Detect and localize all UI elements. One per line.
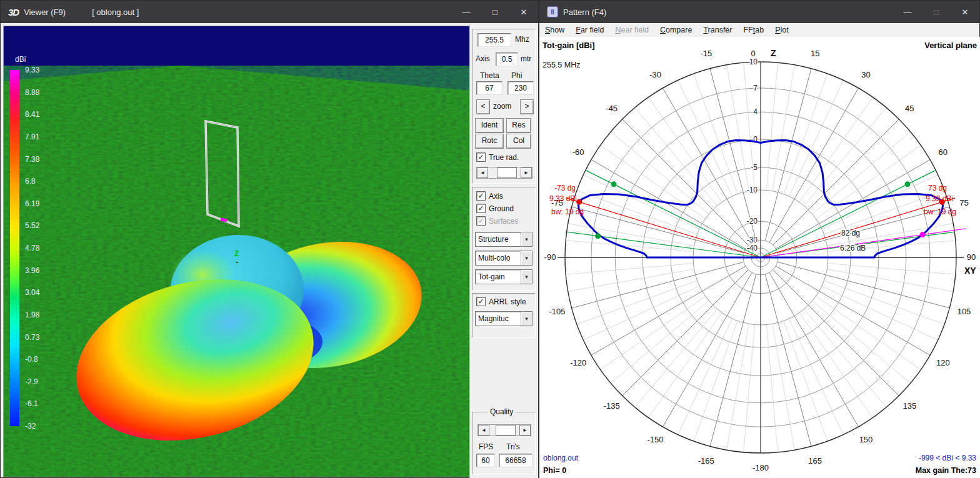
pattern-title: Pattern (F4) [563, 7, 606, 17]
marker-dot [611, 181, 617, 187]
3d-viewport[interactable]: Z dBi 9.338.888.417.917.386.86.195.524.7… [3, 26, 471, 477]
plot-range-label: -999 < dBi < 9.33 [919, 454, 976, 462]
menu-show[interactable]: Show [539, 26, 570, 34]
quality-thumb[interactable] [496, 425, 516, 436]
ring-db-label: -20 [747, 217, 758, 226]
annotation-label: 6.26 dB [840, 244, 866, 252]
scale-value: -32 [25, 422, 51, 431]
res-button[interactable]: Res [506, 118, 531, 133]
col-button[interactable]: Col [506, 134, 531, 149]
zoom-out-button[interactable]: < [476, 99, 490, 114]
quality-left-icon[interactable]: ◄ [478, 425, 489, 436]
angle-label: -105 [549, 307, 565, 316]
menu-compare[interactable]: Compare [654, 26, 698, 34]
menu-plot[interactable]: Plot [769, 26, 794, 34]
scroll-left-icon[interactable]: ◄ [477, 167, 488, 178]
angle-label: -150 [647, 435, 663, 444]
tris-label: Tri's [506, 442, 520, 451]
ground-checkbox[interactable]: ✓ Ground [476, 204, 514, 213]
structure-dropdown[interactable]: Structure ▼ [475, 232, 532, 247]
plot-phi-label: Phi= 0 [543, 466, 566, 475]
angle-label: 60 [939, 147, 948, 157]
polar-plot-area[interactable]: 10740-5-10-20-30-40015304560759010512013… [539, 37, 980, 478]
pattern-maximize-icon: □ [922, 1, 951, 23]
scale-value: 8.41 [25, 110, 51, 119]
color-mode-dropdown[interactable]: Multi-colo ▼ [475, 251, 532, 266]
chevron-down-icon[interactable]: ▼ [521, 312, 532, 326]
menu-far-field[interactable]: Far field [570, 26, 609, 34]
zoom-in-button[interactable]: > [520, 99, 534, 114]
ring-db-label: 4 [753, 107, 758, 116]
surfaces-checkmark: ✓ [476, 216, 486, 226]
true-rad-checkbox[interactable]: ✓ True rad. [476, 152, 519, 162]
pattern-close-icon[interactable]: ✕ [951, 1, 979, 23]
fps-label: FPS [479, 442, 493, 451]
grid-spoke-major [710, 274, 756, 446]
axis-size-input[interactable]: 0.5 [496, 52, 518, 66]
viewer-titlebar[interactable]: 3D Viewer (F9) [ oblong.out ] — □ ✕ [1, 1, 538, 23]
pattern-minimize-icon[interactable]: — [893, 1, 922, 23]
color-scale: dBi 9.338.888.417.917.386.86.195.524.783… [8, 49, 51, 449]
menu-near-field: Near field [609, 26, 654, 34]
quantity-dropdown-value: Tot-gain [476, 272, 521, 281]
color-scale-bar [10, 70, 19, 426]
chevron-down-icon[interactable]: ▼ [521, 232, 532, 246]
plot-plane-label: Vertical plane [924, 41, 977, 50]
rotc-button[interactable]: Rotc [475, 134, 504, 149]
scale-value: 3.04 [25, 288, 51, 297]
frequency-input[interactable]: 255.5 [478, 33, 511, 47]
rotate-scrollbar[interactable]: ◄ ► [476, 167, 532, 179]
scale-value: 4.78 [25, 244, 51, 252]
quality-right-icon[interactable]: ► [519, 425, 531, 436]
theta-input[interactable]: 67 [476, 81, 502, 95]
viewer-maximize-icon[interactable]: □ [481, 1, 509, 23]
chevron-down-icon[interactable]: ▼ [521, 251, 532, 265]
grid-spoke-major [572, 207, 744, 253]
scale-value: -0.8 [25, 355, 51, 364]
theta-label: Theta [480, 71, 499, 80]
magnitude-dropdown-value: Magnituc [476, 314, 521, 323]
grid-spoke-major [765, 274, 811, 446]
z-axis-label: Z [234, 249, 239, 258]
arrl-checkmark: ✓ [476, 297, 486, 306]
structure-dropdown-value: Structure [476, 235, 521, 244]
menu-fftab[interactable]: FFtab [738, 26, 769, 34]
scroll-right-icon[interactable]: ► [521, 167, 532, 178]
ground-checkbox-label: Ground [489, 204, 514, 213]
scale-value: 7.91 [25, 132, 51, 141]
grid-spoke-major [622, 119, 749, 246]
surfaces-checkbox-label: Surfaces [489, 217, 518, 226]
plot-max-gain-label: Max gain The:73 [916, 466, 976, 475]
quantity-dropdown[interactable]: Tot-gain ▼ [475, 269, 532, 284]
angle-label: -45 [606, 104, 618, 113]
scale-value: 1.98 [25, 311, 51, 319]
axis-checkbox[interactable]: ✓ Axis [476, 191, 503, 201]
scroll-thumb[interactable] [497, 167, 517, 178]
horizon-xy-label: XY [964, 266, 976, 276]
menu-transfer[interactable]: Transfer [698, 26, 738, 34]
grid-spoke-minor [694, 321, 738, 441]
quality-slider[interactable]: ◄ ► [478, 424, 531, 436]
ring-db-label: 7 [753, 84, 758, 92]
ident-button[interactable]: Ident [475, 118, 504, 133]
magnitude-dropdown[interactable]: Magnituc ▼ [475, 311, 532, 326]
plot-title: Tot-gain [dBi] [542, 41, 595, 50]
arrl-style-checkbox[interactable]: ✓ ARRL style [476, 297, 526, 306]
axis-checkmark: ✓ [476, 191, 486, 201]
viewer-minimize-icon[interactable]: — [452, 1, 481, 23]
marker-dot [595, 233, 601, 239]
viewer-close-icon[interactable]: ✕ [509, 1, 538, 23]
fps-value: 60 [476, 454, 495, 467]
viewer-title: Viewer (F9) [24, 7, 66, 17]
plot-frequency: 255.5 MHz [542, 61, 580, 69]
viewer-3d-icon: 3D [8, 7, 19, 17]
grid-spoke-minor [784, 74, 828, 194]
scale-value: 3.96 [25, 266, 51, 275]
marker-ray [761, 229, 966, 257]
chevron-down-icon[interactable]: ▼ [521, 270, 532, 284]
angle-label: -60 [572, 147, 584, 157]
pattern-titlebar[interactable]: 8 Pattern (F4) — □ ✕ [539, 1, 979, 23]
ring-db-label: -10 [747, 186, 758, 194]
marker-dot [920, 232, 926, 237]
phi-input[interactable]: 230 [508, 81, 534, 95]
